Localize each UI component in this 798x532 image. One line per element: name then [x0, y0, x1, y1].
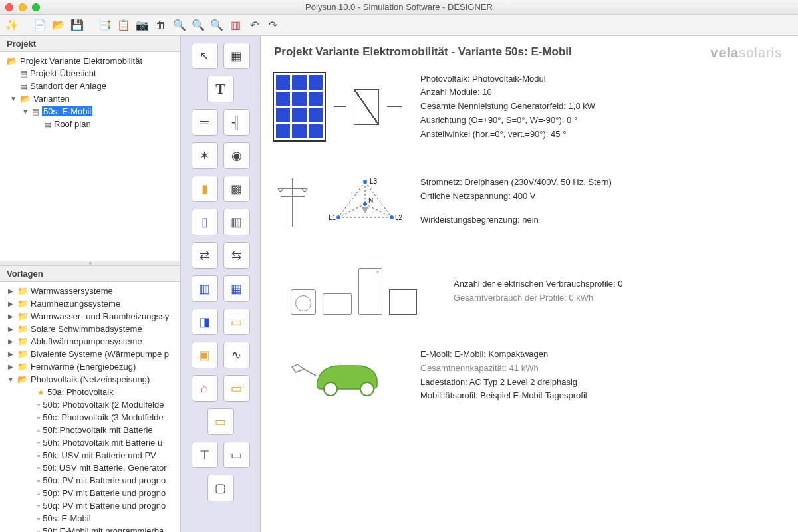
- building-tool[interactable]: ⌂: [192, 375, 218, 402]
- tree-item[interactable]: ▶📁Solare Schwimmbadsysteme: [0, 323, 180, 335]
- solar-tool[interactable]: ▥: [192, 275, 218, 302]
- profile-tool[interactable]: ▭: [207, 408, 234, 435]
- splitter[interactable]: [0, 261, 180, 266]
- chevron-down-icon[interactable]: ▼: [21, 108, 29, 115]
- text-tool[interactable]: T: [207, 76, 234, 102]
- delete-icon[interactable]: 🗑: [153, 17, 169, 33]
- tree-item[interactable]: ▫50t: E-Mobil mit programmierba: [0, 525, 180, 532]
- tree-item[interactable]: ▤Roof plan: [0, 118, 180, 130]
- redo-icon[interactable]: ↷: [265, 17, 281, 33]
- project-tree[interactable]: 📂Projekt Variante Elektromobilität ▤Proj…: [0, 52, 180, 261]
- file-icon: ▫: [37, 451, 40, 460]
- grid-tool[interactable]: ▦: [223, 43, 250, 69]
- file-icon: ▤: [20, 69, 27, 78]
- file-icon: ▫: [37, 514, 40, 523]
- zoom-fit-icon[interactable]: 🔍: [209, 17, 225, 33]
- chevron-icon[interactable]: ▶: [7, 363, 15, 370]
- tree-item[interactable]: ▫50o: PV mit Batterie und progno: [0, 474, 180, 487]
- tree-item[interactable]: ▶📁Bivalente Systeme (Wärmepumpe p: [0, 348, 180, 360]
- folder-icon: 📁: [17, 299, 28, 309]
- tree-item[interactable]: ▫50k: USV mit Batterie und PV: [0, 449, 180, 462]
- tree-item[interactable]: ▫50c: Photovoltaik (3 Modulfelde: [0, 411, 180, 424]
- paste-icon[interactable]: 📋: [116, 17, 132, 33]
- chevron-icon[interactable]: ▶: [7, 325, 15, 332]
- tree-item[interactable]: ▤Projekt-Übersicht: [0, 67, 180, 80]
- tree-item[interactable]: ▫50b: Photovoltaik (2 Modulfelde: [0, 398, 180, 411]
- tree-variants[interactable]: ▼📂Varianten: [0, 92, 180, 105]
- battery-tool[interactable]: ▭: [223, 442, 250, 468]
- load-component[interactable]: Anzahl der elektrischen Verbrauchsprofil…: [274, 268, 785, 315]
- svg-line-12: [338, 204, 365, 217]
- pv-tool[interactable]: ▦: [223, 275, 250, 302]
- main-toolbar: ✨ 📄 📂 💾 📑 📋 📷 🗑 🔍 🔍 🔍 ▥ ↶ ↷: [0, 15, 798, 36]
- file-icon: ▫: [37, 476, 40, 485]
- undo-icon[interactable]: ↶: [246, 17, 262, 33]
- branch-tool[interactable]: ╢: [223, 109, 250, 136]
- tree-item[interactable]: ▫50f: Photovoltaik mit Batterie: [0, 424, 180, 436]
- collector-tool[interactable]: ▯: [192, 209, 218, 235]
- pump-tool[interactable]: ✶: [192, 142, 218, 169]
- tree-item[interactable]: ▶📁Warmwasser- und Raumheizungssy: [0, 310, 180, 323]
- save-icon[interactable]: 💾: [69, 17, 85, 33]
- controller2-tool[interactable]: ⇆: [223, 242, 250, 269]
- chevron-icon[interactable]: ▶: [7, 350, 15, 358]
- copy-icon[interactable]: 📑: [97, 17, 113, 33]
- chevron-icon[interactable]: ▶: [7, 338, 15, 345]
- select-tool[interactable]: ↖: [192, 43, 218, 69]
- design-canvas[interactable]: Projekt Variante Elektromobilität - Vari…: [261, 36, 798, 532]
- tree-item[interactable]: ▶📁Warmwassersysteme: [0, 285, 180, 297]
- radiator-tool[interactable]: ▥: [223, 209, 250, 235]
- coil-tool[interactable]: ∿: [223, 342, 250, 368]
- folder-icon: 📁: [17, 336, 28, 346]
- pylon-tool[interactable]: ⊤: [192, 442, 218, 468]
- file-icon: ▫: [37, 489, 40, 498]
- new-icon[interactable]: 📄: [32, 17, 48, 33]
- camera-icon[interactable]: 📷: [134, 17, 150, 33]
- open-icon[interactable]: 📂: [51, 17, 66, 33]
- chevron-icon[interactable]: ▶: [7, 300, 15, 307]
- chevron-icon[interactable]: ▼: [7, 376, 15, 383]
- folder-open-icon: 📂: [20, 94, 31, 104]
- boiler-tool[interactable]: ▣: [192, 342, 218, 368]
- pipe-tool[interactable]: ═: [192, 109, 218, 136]
- tree-item[interactable]: ▶📁Abluftwärmepumpensysteme: [0, 335, 180, 348]
- chevron-icon[interactable]: ▶: [7, 287, 15, 295]
- appliance-tool[interactable]: ▢: [207, 475, 234, 501]
- chart-icon[interactable]: ▥: [227, 17, 243, 33]
- tree-item[interactable]: ▶📁Fernwärme (Energiebezug): [0, 360, 180, 373]
- tree-item[interactable]: ▫50l: USV mit Batterie, Generator: [0, 462, 180, 474]
- heater-tool[interactable]: ▭: [223, 309, 250, 335]
- file-icon: ▫: [37, 501, 40, 511]
- pv-component[interactable]: Photovoltaik: Photovoltaik-Modul Anzahl …: [274, 72, 785, 142]
- chevron-down-icon[interactable]: ▼: [9, 95, 17, 102]
- chevron-icon[interactable]: ▶: [7, 313, 15, 320]
- tree-item[interactable]: ★50a: Photovoltaik: [0, 386, 180, 398]
- tree-item[interactable]: ▫50h: Photovoltaik mit Batterie u: [0, 436, 180, 449]
- ev-component[interactable]: E-Mobil: E-Mobil: Kompaktwagen Gesamtnen…: [274, 348, 785, 403]
- svg-text:N: N: [368, 197, 373, 204]
- tree-item[interactable]: ▶📁Raumheizungssysteme: [0, 297, 180, 310]
- tree-item[interactable]: ▫50s: E-Mobil: [0, 512, 180, 525]
- project-root[interactable]: 📂Projekt Variante Elektromobilität: [0, 55, 180, 67]
- tree-item[interactable]: ▫50p: PV mit Batterie und progno: [0, 487, 180, 499]
- panel-tool[interactable]: ◨: [192, 309, 218, 335]
- inverter-icon: [354, 89, 379, 125]
- titlebar: Polysun 10.0 - Simulation Software - DES…: [0, 0, 798, 15]
- tree-item[interactable]: ▼📂Photovoltaik (Netzeinspeisung): [0, 373, 180, 386]
- templates-panel-header: Vorlagen: [0, 266, 180, 282]
- controller-tool[interactable]: ⇄: [192, 242, 218, 269]
- zoom-in-icon[interactable]: 🔍: [172, 17, 188, 33]
- load-tool[interactable]: ▭: [223, 375, 250, 402]
- tree-item-selected[interactable]: ▼▤50s: E-Mobil: [0, 105, 180, 118]
- left-sidebar: Projekt 📂Projekt Variante Elektromobilit…: [0, 36, 181, 532]
- tree-item[interactable]: ▫50q: PV mit Batterie und progno: [0, 499, 180, 512]
- wizard-icon[interactable]: ✨: [4, 17, 20, 33]
- tree-item[interactable]: ▤Standort der Anlage: [0, 80, 180, 92]
- templates-tree[interactable]: ▶📁Warmwassersysteme▶📁Raumheizungssysteme…: [0, 282, 180, 532]
- file-icon: ▤: [32, 107, 39, 116]
- tank-tool[interactable]: ▮: [192, 176, 218, 202]
- hx-tool[interactable]: ▩: [223, 176, 250, 202]
- valve-tool[interactable]: ◉: [223, 142, 250, 169]
- zoom-out-icon[interactable]: 🔍: [190, 17, 206, 33]
- grid-component[interactable]: L3 L1 L2 N Stromnetz: Dreiphase: [274, 175, 785, 228]
